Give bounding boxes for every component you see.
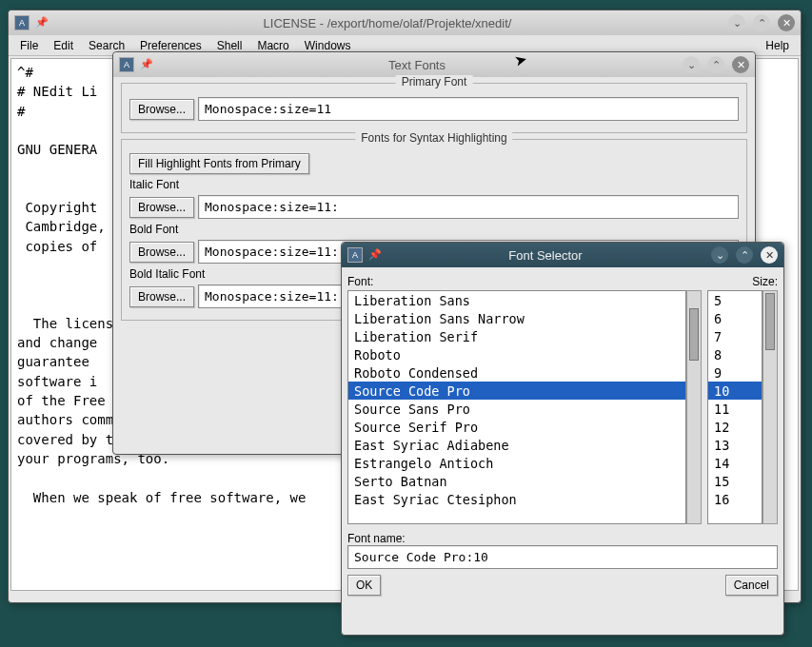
size-option[interactable]: 10 — [708, 382, 762, 400]
selector-title: Font Selector — [387, 248, 703, 263]
font-option[interactable]: East Syriac Ctesiphon — [348, 490, 685, 508]
font-option[interactable]: East Syriac Adiabene — [348, 436, 685, 454]
font-option[interactable]: Source Serif Pro — [348, 418, 685, 436]
font-option[interactable]: Liberation Sans Narrow — [348, 309, 685, 327]
menu-help[interactable]: Help — [758, 37, 797, 54]
font-option[interactable]: Roboto — [348, 345, 685, 363]
maximize-button[interactable]: ⌃ — [736, 246, 753, 264]
close-button[interactable]: ✕ — [778, 14, 795, 31]
size-option[interactable]: 6 — [708, 309, 762, 327]
size-listbox[interactable]: 5678910111213141516 — [707, 290, 762, 524]
maximize-button[interactable]: ⌃ — [753, 14, 770, 31]
minimize-button[interactable]: ⌄ — [711, 246, 728, 264]
font-option[interactable]: Serto Batnan — [348, 472, 685, 490]
fill-from-primary-button[interactable]: Fill Highlight Fonts from Primary — [129, 153, 309, 174]
italic-font-input[interactable] — [198, 195, 739, 219]
bold-browse-button[interactable]: Browse... — [129, 242, 194, 263]
scrollbar-thumb[interactable] — [689, 308, 699, 361]
font-name-label: Font name: — [347, 532, 778, 545]
pin-icon[interactable]: 📌 — [140, 58, 153, 71]
bold-italic-font-label: Bold Italic Font — [129, 267, 205, 281]
fonts-titlebar[interactable]: A 📌 Text Fonts ⌄ ⌃ ✕ — [113, 52, 755, 77]
selector-cancel-button[interactable]: Cancel — [725, 575, 778, 596]
editor-title: LICENSE - /export/home/olaf/Projekte/xne… — [54, 16, 721, 30]
selector-ok-button[interactable]: OK — [347, 575, 381, 596]
highlight-legend: Fonts for Syntax Highlighting — [355, 131, 512, 145]
size-option[interactable]: 15 — [708, 472, 762, 490]
close-button[interactable]: ✕ — [761, 246, 778, 264]
editor-titlebar[interactable]: A 📌 LICENSE - /export/home/olaf/Projekte… — [9, 10, 801, 35]
primary-font-input[interactable] — [198, 97, 739, 121]
font-option[interactable]: Estrangelo Antioch — [348, 454, 685, 472]
font-scrollbar[interactable] — [686, 290, 702, 524]
font-list-label: Font: — [347, 273, 702, 290]
size-list-label: Size: — [707, 273, 778, 290]
scrollbar-thumb[interactable] — [765, 293, 775, 350]
size-option[interactable]: 5 — [708, 291, 762, 309]
size-option[interactable]: 8 — [708, 345, 762, 363]
primary-browse-button[interactable]: Browse... — [129, 99, 194, 120]
primary-font-group: Primary Font Browse... — [121, 83, 747, 133]
font-name-input[interactable] — [347, 545, 778, 569]
bold-font-label: Bold Font — [129, 223, 178, 236]
size-option[interactable]: 14 — [708, 454, 762, 472]
italic-font-label: Italic Font — [129, 178, 179, 191]
size-option[interactable]: 13 — [708, 436, 762, 454]
font-listbox[interactable]: Liberation SansLiberation Sans NarrowLib… — [347, 290, 686, 524]
selector-titlebar[interactable]: A 📌 Font Selector ⌄ ⌃ ✕ — [342, 243, 783, 267]
italic-browse-button[interactable]: Browse... — [129, 197, 194, 218]
font-option[interactable]: Liberation Serif — [348, 327, 685, 345]
close-button[interactable]: ✕ — [732, 56, 749, 73]
size-option[interactable]: 11 — [708, 400, 762, 418]
pin-icon[interactable]: 📌 — [35, 16, 49, 29]
size-option[interactable]: 12 — [708, 418, 762, 436]
size-option[interactable]: 7 — [708, 327, 762, 345]
minimize-button[interactable]: ⌄ — [683, 56, 700, 73]
minimize-button[interactable]: ⌄ — [728, 14, 745, 31]
menu-file[interactable]: File — [12, 37, 46, 54]
font-option[interactable]: Source Code Pro — [348, 382, 685, 400]
bold-italic-browse-button[interactable]: Browse... — [129, 286, 194, 307]
font-option[interactable]: Source Sans Pro — [348, 400, 685, 418]
app-icon: A — [119, 57, 134, 72]
font-option[interactable]: Liberation Sans — [348, 291, 685, 309]
size-scrollbar[interactable] — [762, 290, 778, 524]
pin-icon[interactable]: 📌 — [368, 248, 382, 262]
size-option[interactable]: 16 — [708, 490, 762, 508]
maximize-button[interactable]: ⌃ — [707, 56, 724, 73]
size-option[interactable]: 9 — [708, 363, 762, 382]
menu-edit[interactable]: Edit — [46, 37, 81, 54]
app-icon: A — [14, 15, 30, 30]
font-option[interactable]: Roboto Condensed — [348, 363, 685, 382]
app-icon: A — [347, 247, 363, 263]
font-selector-dialog: A 📌 Font Selector ⌄ ⌃ ✕ Font: Liberation… — [341, 242, 784, 636]
primary-font-legend: Primary Font — [396, 75, 473, 88]
fonts-title: Text Fonts — [159, 58, 675, 72]
